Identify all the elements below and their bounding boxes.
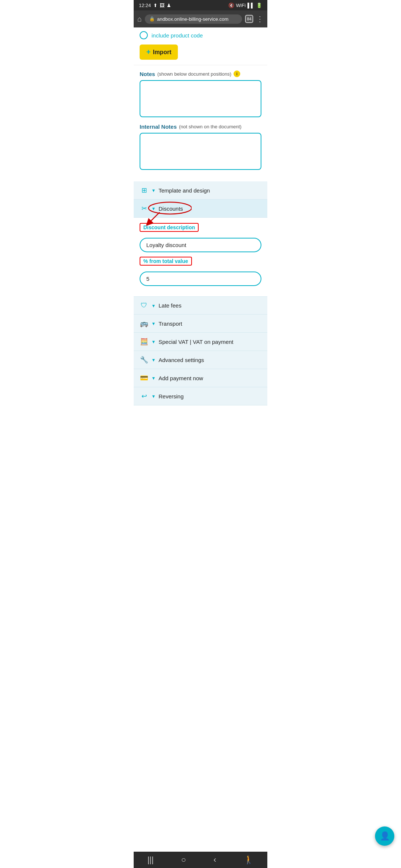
internal-notes-secondary: (not shown on the document) bbox=[179, 124, 241, 129]
battery-icon: 🔋 bbox=[256, 3, 262, 8]
late-fees-title: Late fees bbox=[159, 302, 182, 309]
payment-title: Add payment now bbox=[159, 375, 203, 381]
template-section-row[interactable]: ⊞ ▾ Template and design bbox=[134, 181, 267, 200]
vat-section-row[interactable]: 🧮 ▾ Special VAT | VAT on payment bbox=[134, 333, 267, 351]
home-icon[interactable]: ⌂ bbox=[137, 15, 142, 23]
reversing-section-row[interactable]: ↩ ▾ Reversing bbox=[134, 387, 267, 405]
notes-label-secondary: (shown below document positions) bbox=[157, 71, 231, 77]
collapsible-sections: ⊞ ▾ Template and design ✂ ▾ Discounts bbox=[134, 181, 267, 405]
discount-description-label: Discount description bbox=[140, 223, 199, 232]
payment-icon: 💳 bbox=[140, 374, 149, 382]
internal-notes-label-text: Internal Notes bbox=[140, 124, 177, 130]
url-text: andbox.online-billing-service.com bbox=[157, 16, 238, 22]
url-bar[interactable]: 🔒 andbox.online-billing-service.com bbox=[145, 14, 242, 24]
signal-icon: ▌▌ bbox=[248, 3, 254, 8]
vat-chevron-icon: ▾ bbox=[152, 339, 155, 345]
payment-section-row[interactable]: 💳 ▾ Add payment now bbox=[134, 369, 267, 387]
product-code-row: include product code bbox=[140, 31, 261, 39]
transport-title: Transport bbox=[159, 320, 182, 327]
transport-chevron-icon: ▾ bbox=[152, 320, 155, 326]
notes-label-text: Notes bbox=[140, 71, 155, 77]
template-chevron-icon: ▾ bbox=[152, 187, 155, 193]
wifi-icon: WiFi bbox=[236, 3, 246, 8]
import-button[interactable]: + Import bbox=[140, 45, 178, 60]
discounts-expanded-content: Discount description % from total value bbox=[134, 218, 267, 297]
more-icon[interactable]: ⋮ bbox=[256, 14, 264, 23]
discounts-icon: ✂ bbox=[140, 204, 149, 213]
late-fees-icon: 🛡 bbox=[140, 302, 149, 309]
import-button-label: Import bbox=[153, 49, 172, 56]
late-fees-section-row[interactable]: 🛡 ▾ Late fees bbox=[134, 297, 267, 315]
top-partial-section: include product code + Import bbox=[134, 27, 267, 65]
internal-notes-label: Internal Notes (not shown on the documen… bbox=[140, 124, 261, 130]
advanced-title: Advanced settings bbox=[159, 357, 204, 363]
percent-input[interactable] bbox=[140, 272, 261, 286]
import-plus-icon: + bbox=[146, 48, 151, 56]
discounts-section-row[interactable]: ✂ ▾ Discounts bbox=[134, 200, 267, 218]
notes-section: Notes (shown below document positions) i bbox=[134, 65, 267, 118]
internal-notes-section: Internal Notes (not shown on the documen… bbox=[134, 118, 267, 176]
advanced-section-row[interactable]: 🔧 ▾ Advanced settings bbox=[134, 351, 267, 369]
notes-label: Notes (shown below document positions) i bbox=[140, 70, 261, 77]
mute-icon: 🔇 bbox=[228, 3, 234, 8]
advanced-icon: 🔧 bbox=[140, 356, 149, 364]
vat-icon: 🧮 bbox=[140, 338, 149, 346]
payment-chevron-icon: ▾ bbox=[152, 375, 155, 381]
reversing-chevron-icon: ▾ bbox=[152, 393, 155, 399]
late-fees-chevron-icon: ▾ bbox=[152, 303, 155, 309]
product-code-label: include product code bbox=[151, 32, 203, 39]
percent-label: % from total value bbox=[140, 257, 192, 266]
discounts-chevron-icon: ▾ bbox=[152, 206, 155, 211]
upload-icon: ⬆ bbox=[153, 3, 157, 8]
reversing-title: Reversing bbox=[159, 393, 184, 400]
figure-icon: ♟ bbox=[167, 3, 171, 8]
discounts-section-title: Discounts bbox=[159, 206, 183, 212]
advanced-chevron-icon: ▾ bbox=[152, 357, 155, 363]
info-icon: i bbox=[234, 70, 240, 77]
vat-title: Special VAT | VAT on payment bbox=[159, 339, 234, 345]
internal-notes-textarea[interactable] bbox=[140, 133, 261, 170]
reversing-icon: ↩ bbox=[140, 392, 149, 400]
product-code-radio[interactable] bbox=[140, 31, 148, 39]
status-bar: 12:24 ⬆ 🖼 ♟ 🔇 WiFi ▌▌ 🔋 bbox=[134, 0, 267, 10]
tabs-badge[interactable]: 84 bbox=[245, 15, 253, 23]
status-time: 12:24 bbox=[139, 3, 151, 8]
page-content: include product code + Import Notes (sho… bbox=[134, 27, 267, 428]
template-icon: ⊞ bbox=[140, 186, 149, 194]
lock-icon: 🔒 bbox=[149, 16, 155, 22]
notes-textarea[interactable] bbox=[140, 80, 261, 117]
template-section-title: Template and design bbox=[159, 187, 210, 194]
browser-bar: ⌂ 🔒 andbox.online-billing-service.com 84… bbox=[134, 10, 267, 27]
discount-description-input[interactable] bbox=[140, 238, 261, 252]
image-icon: 🖼 bbox=[160, 3, 164, 8]
transport-icon: 🚌 bbox=[140, 319, 149, 328]
transport-section-row[interactable]: 🚌 ▾ Transport bbox=[134, 315, 267, 333]
